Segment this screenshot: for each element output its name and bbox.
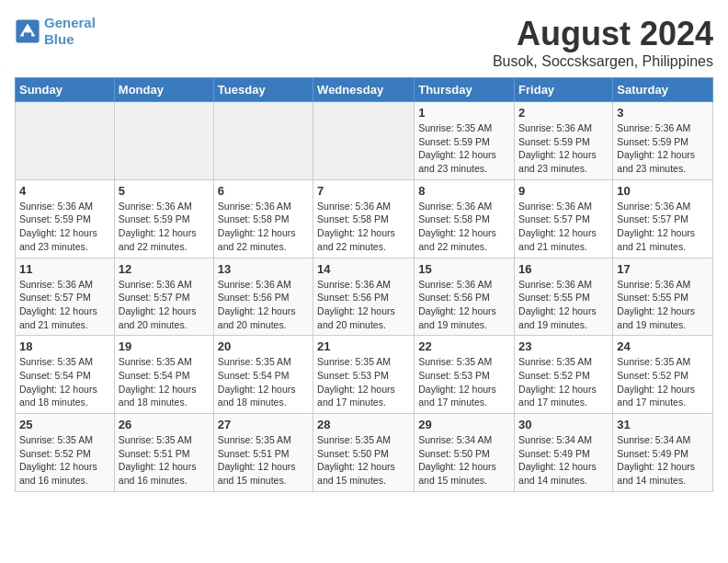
day-info: Sunrise: 5:34 AMSunset: 5:50 PMDaylight:… (418, 433, 510, 488)
day-cell: 20Sunrise: 5:35 AMSunset: 5:54 PMDayligh… (213, 336, 313, 414)
day-info: Sunrise: 5:34 AMSunset: 5:49 PMDaylight:… (518, 433, 609, 488)
day-cell: 30Sunrise: 5:34 AMSunset: 5:49 PMDayligh… (515, 414, 613, 492)
day-number: 31 (617, 418, 709, 431)
logo-icon (15, 18, 40, 44)
day-info: Sunrise: 5:36 AMSunset: 5:58 PMDaylight:… (218, 200, 309, 254)
day-cell: 29Sunrise: 5:34 AMSunset: 5:50 PMDayligh… (415, 414, 515, 492)
day-number: 27 (218, 418, 309, 431)
day-number: 28 (317, 418, 410, 431)
title-section: August 2024 Busok, Soccsksargen, Philipp… (493, 15, 713, 70)
day-cell: 8Sunrise: 5:36 AMSunset: 5:58 PMDaylight… (415, 179, 515, 258)
day-number: 26 (119, 418, 210, 431)
day-info: Sunrise: 5:35 AMSunset: 5:51 PMDaylight:… (218, 433, 309, 488)
day-cell: 2Sunrise: 5:36 AMSunset: 5:59 PMDaylight… (515, 102, 613, 180)
day-number: 7 (317, 184, 410, 198)
day-number: 6 (218, 184, 309, 198)
day-cell: 1Sunrise: 5:35 AMSunset: 5:59 PMDaylight… (415, 102, 515, 180)
logo-text: General Blue (44, 15, 96, 48)
header-cell-sunday: Sunday (16, 78, 115, 102)
day-cell: 10Sunrise: 5:36 AMSunset: 5:57 PMDayligh… (613, 179, 713, 258)
day-info: Sunrise: 5:36 AMSunset: 5:59 PMDaylight:… (518, 121, 609, 176)
day-cell: 28Sunrise: 5:35 AMSunset: 5:50 PMDayligh… (313, 414, 415, 492)
day-info: Sunrise: 5:35 AMSunset: 5:54 PMDaylight:… (218, 355, 309, 409)
day-cell: 24Sunrise: 5:35 AMSunset: 5:52 PMDayligh… (613, 336, 713, 414)
day-cell: 22Sunrise: 5:35 AMSunset: 5:53 PMDayligh… (415, 336, 515, 414)
week-row-1: 1Sunrise: 5:35 AMSunset: 5:59 PMDaylight… (16, 102, 713, 180)
day-number: 5 (119, 184, 210, 198)
day-cell: 23Sunrise: 5:35 AMSunset: 5:52 PMDayligh… (515, 336, 613, 414)
day-number: 13 (218, 262, 309, 276)
day-info: Sunrise: 5:36 AMSunset: 5:56 PMDaylight:… (418, 278, 510, 332)
day-cell: 11Sunrise: 5:36 AMSunset: 5:57 PMDayligh… (16, 258, 115, 336)
day-number: 4 (19, 184, 110, 198)
day-info: Sunrise: 5:36 AMSunset: 5:56 PMDaylight:… (317, 278, 410, 332)
day-cell: 7Sunrise: 5:36 AMSunset: 5:58 PMDaylight… (313, 179, 415, 258)
day-cell: 14Sunrise: 5:36 AMSunset: 5:56 PMDayligh… (313, 258, 415, 336)
day-cell: 15Sunrise: 5:36 AMSunset: 5:56 PMDayligh… (415, 258, 515, 336)
day-number: 10 (617, 184, 709, 198)
day-number: 21 (317, 339, 410, 353)
day-info: Sunrise: 5:36 AMSunset: 5:55 PMDaylight:… (518, 278, 609, 332)
week-row-5: 25Sunrise: 5:35 AMSunset: 5:52 PMDayligh… (16, 414, 713, 492)
day-cell: 6Sunrise: 5:36 AMSunset: 5:58 PMDaylight… (213, 179, 313, 258)
day-number: 12 (119, 262, 210, 276)
day-info: Sunrise: 5:36 AMSunset: 5:55 PMDaylight:… (617, 278, 709, 332)
day-info: Sunrise: 5:36 AMSunset: 5:58 PMDaylight:… (418, 200, 510, 254)
svg-rect-2 (24, 32, 31, 38)
day-number: 29 (418, 418, 510, 431)
day-number: 2 (518, 106, 609, 120)
day-info: Sunrise: 5:35 AMSunset: 5:54 PMDaylight:… (119, 355, 210, 409)
day-cell: 16Sunrise: 5:36 AMSunset: 5:55 PMDayligh… (515, 258, 613, 336)
day-cell: 13Sunrise: 5:36 AMSunset: 5:56 PMDayligh… (213, 258, 313, 336)
day-number: 15 (418, 262, 510, 276)
week-row-4: 18Sunrise: 5:35 AMSunset: 5:54 PMDayligh… (16, 336, 713, 414)
day-info: Sunrise: 5:35 AMSunset: 5:59 PMDaylight:… (418, 121, 510, 176)
day-number: 17 (617, 262, 709, 276)
day-info: Sunrise: 5:35 AMSunset: 5:52 PMDaylight:… (518, 355, 609, 409)
day-cell: 3Sunrise: 5:36 AMSunset: 5:59 PMDaylight… (613, 102, 713, 180)
day-number: 3 (617, 106, 709, 120)
logo-line1: General (44, 15, 96, 30)
day-info: Sunrise: 5:36 AMSunset: 5:59 PMDaylight:… (617, 121, 709, 176)
day-number: 20 (218, 339, 309, 353)
calendar-table: SundayMondayTuesdayWednesdayThursdayFrid… (15, 77, 713, 492)
header-cell-wednesday: Wednesday (313, 78, 415, 102)
header-row: SundayMondayTuesdayWednesdayThursdayFrid… (16, 78, 713, 102)
day-cell: 31Sunrise: 5:34 AMSunset: 5:49 PMDayligh… (613, 414, 713, 492)
subtitle: Busok, Soccsksargen, Philippines (493, 53, 713, 70)
header-cell-saturday: Saturday (613, 78, 713, 102)
day-cell: 26Sunrise: 5:35 AMSunset: 5:51 PMDayligh… (114, 414, 213, 492)
day-cell: 19Sunrise: 5:35 AMSunset: 5:54 PMDayligh… (114, 336, 213, 414)
header-cell-thursday: Thursday (415, 78, 515, 102)
logo: General Blue (15, 15, 96, 48)
day-info: Sunrise: 5:36 AMSunset: 5:57 PMDaylight:… (518, 200, 609, 254)
logo-line2: Blue (44, 31, 74, 47)
day-number: 25 (19, 418, 110, 431)
day-info: Sunrise: 5:35 AMSunset: 5:50 PMDaylight:… (317, 433, 410, 488)
day-info: Sunrise: 5:35 AMSunset: 5:53 PMDaylight:… (418, 355, 510, 409)
day-number: 19 (119, 339, 210, 353)
header-cell-monday: Monday (114, 78, 213, 102)
day-cell: 9Sunrise: 5:36 AMSunset: 5:57 PMDaylight… (515, 179, 613, 258)
day-info: Sunrise: 5:36 AMSunset: 5:57 PMDaylight:… (19, 278, 110, 332)
day-number: 22 (418, 339, 510, 353)
day-info: Sunrise: 5:35 AMSunset: 5:53 PMDaylight:… (317, 355, 410, 409)
week-row-3: 11Sunrise: 5:36 AMSunset: 5:57 PMDayligh… (16, 258, 713, 336)
day-number: 8 (418, 184, 510, 198)
day-cell (213, 102, 313, 180)
day-cell: 21Sunrise: 5:35 AMSunset: 5:53 PMDayligh… (313, 336, 415, 414)
day-number: 23 (518, 339, 609, 353)
day-info: Sunrise: 5:36 AMSunset: 5:57 PMDaylight:… (617, 200, 709, 254)
day-cell (313, 102, 415, 180)
day-info: Sunrise: 5:36 AMSunset: 5:56 PMDaylight:… (218, 278, 309, 332)
week-row-2: 4Sunrise: 5:36 AMSunset: 5:59 PMDaylight… (16, 179, 713, 258)
day-number: 30 (518, 418, 609, 431)
day-info: Sunrise: 5:35 AMSunset: 5:52 PMDaylight:… (19, 433, 110, 488)
header-cell-friday: Friday (515, 78, 613, 102)
day-number: 1 (418, 106, 510, 120)
day-cell: 27Sunrise: 5:35 AMSunset: 5:51 PMDayligh… (213, 414, 313, 492)
day-number: 18 (19, 339, 110, 353)
header-cell-tuesday: Tuesday (213, 78, 313, 102)
day-number: 14 (317, 262, 410, 276)
day-cell: 18Sunrise: 5:35 AMSunset: 5:54 PMDayligh… (16, 336, 115, 414)
